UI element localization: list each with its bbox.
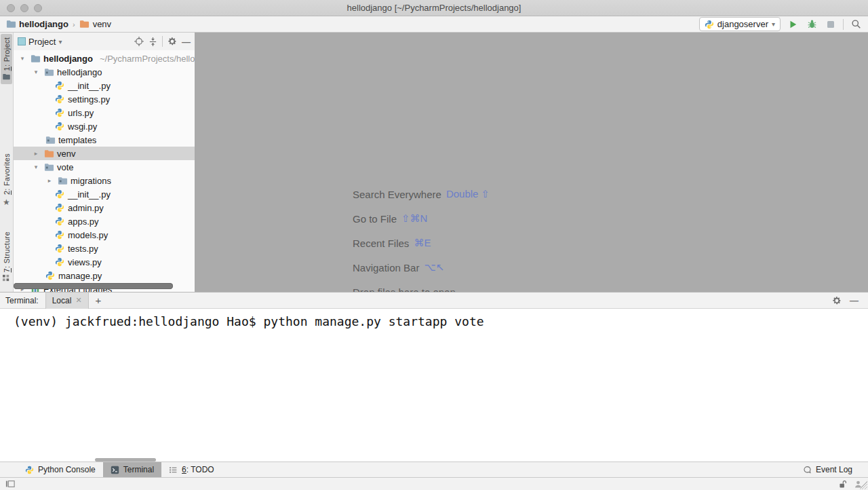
terminal-horizontal-scrollbar[interactable] — [95, 458, 156, 461]
folder-icon — [5, 19, 16, 30]
chevron-right-icon[interactable]: ▸ — [31, 150, 41, 157]
breadcrumb-separator: › — [71, 20, 77, 29]
event-log-bubble-icon — [803, 466, 812, 474]
new-terminal-session-button[interactable]: + — [89, 295, 108, 306]
python-file-icon — [54, 80, 65, 91]
pycharm-window: hellodjango [~/PycharmProjects/hellodjan… — [0, 0, 868, 490]
hide-panel-icon[interactable]: — — [850, 295, 859, 305]
tree-row[interactable]: templates — [14, 133, 195, 147]
python-logo-icon — [705, 20, 714, 29]
toolbar-divider — [843, 19, 844, 30]
search-everywhere-icon[interactable] — [849, 18, 863, 31]
stripe-button-structure[interactable]: 7: Structure — [1, 228, 12, 285]
horizontal-scrollbar[interactable] — [14, 283, 173, 289]
tree-row[interactable]: ▾ hellodjango — [14, 65, 195, 79]
breadcrumb-label: venv — [93, 19, 111, 29]
chevron-right-icon[interactable]: ▸ — [45, 177, 54, 184]
star-icon: ★ — [3, 197, 10, 207]
tool-window-toggle-icon[interactable] — [5, 479, 15, 489]
tree-row[interactable]: settings.py — [14, 92, 195, 106]
shortcut-hint: Recent Files⌘E — [353, 231, 490, 255]
run-toolbar: djangoserver ▾ — [699, 17, 863, 31]
run-button[interactable] — [786, 18, 800, 31]
project-panel-header: Project ▾ — — [14, 33, 195, 50]
tree-row[interactable]: urls.py — [14, 106, 195, 119]
python-file-icon — [45, 270, 56, 281]
terminal-output[interactable]: (venv) jackfrued:hellodjango Hao$ python… — [0, 309, 868, 461]
stripe-button-favorites[interactable]: 2: Favorites ★ — [1, 150, 12, 210]
project-view-selector[interactable]: Project — [28, 37, 56, 47]
project-view-icon — [18, 37, 26, 45]
tree-row[interactable]: views.py — [14, 255, 195, 269]
breadcrumb-item-venv[interactable]: venv — [79, 19, 111, 30]
python-file-icon — [54, 121, 65, 132]
stripe-button-project[interactable]: 1: Project — [1, 34, 12, 84]
stripe-label-project: 1: Project — [3, 37, 11, 71]
excluded-folder-icon — [43, 148, 54, 159]
chevron-down-icon[interactable]: ▾ — [18, 55, 27, 62]
gear-icon[interactable] — [832, 296, 842, 305]
breadcrumb: hellodjango › venv — [5, 19, 111, 30]
terminal-tab-local[interactable]: Local ✕ — [45, 293, 89, 309]
tree-row[interactable]: wsgi.py — [14, 119, 195, 133]
breadcrumb-item-project[interactable]: hellodjango — [5, 19, 68, 30]
terminal-header: Terminal: Local ✕ + — — [0, 293, 868, 309]
tree-row[interactable]: ▾ vote — [14, 160, 195, 174]
todo-list-icon — [169, 466, 178, 474]
shortcut-hint: Search EverywhereDouble ⇧ — [353, 182, 490, 206]
editor-empty-area: Search EverywhereDouble ⇧ Go to File⇧⌘N … — [195, 33, 868, 292]
tool-window-bar: Python Console Terminal 6: TODO Event Lo… — [0, 461, 868, 477]
package-folder-icon — [43, 67, 54, 77]
chevron-down-icon[interactable]: ▾ — [58, 38, 62, 45]
window-title: hellodjango [~/PycharmProjects/hellodjan… — [0, 3, 868, 13]
terminal-prompt-line: (venv) jackfrued:hellodjango Hao$ python… — [14, 314, 484, 328]
python-file-icon — [54, 189, 65, 200]
event-log-button[interactable]: Event Log — [795, 465, 860, 474]
terminal-icon — [111, 466, 119, 474]
tree-row[interactable]: models.py — [14, 228, 195, 242]
tool-window-button-terminal[interactable]: Terminal — [103, 462, 161, 477]
collapse-all-icon[interactable] — [149, 37, 157, 46]
run-configuration-select[interactable]: djangoserver ▾ — [699, 17, 781, 31]
tree-row[interactable]: manage.py — [14, 269, 195, 282]
debug-button[interactable] — [805, 18, 818, 31]
status-bar — [0, 477, 868, 490]
tool-window-button-python-console[interactable]: Python Console — [18, 462, 103, 477]
stripe-label-structure: 7: Structure — [3, 231, 11, 272]
close-tab-icon[interactable]: ✕ — [75, 296, 81, 305]
resize-grip[interactable] — [859, 481, 867, 489]
python-file-icon — [54, 216, 65, 227]
terminal-tool-window: Terminal: Local ✕ + — (venv) jackfrued:h… — [0, 292, 868, 461]
hide-panel-icon[interactable]: — — [182, 37, 191, 47]
tree-row[interactable]: admin.py — [14, 201, 195, 214]
stop-button[interactable] — [824, 18, 837, 31]
folder-icon — [30, 53, 41, 64]
python-file-icon — [54, 243, 65, 254]
chevron-down-icon[interactable]: ▾ — [31, 164, 41, 170]
tree-row[interactable]: apps.py — [14, 214, 195, 228]
structure-icon — [3, 274, 10, 282]
tree-row-selected[interactable]: ▸ venv — [14, 147, 195, 160]
python-file-icon — [54, 229, 65, 240]
tree-row[interactable]: ▾ hellodjango ~/PycharmProjects/hello — [14, 52, 195, 65]
tree-row[interactable]: tests.py — [14, 242, 195, 255]
folder-icon — [79, 19, 90, 30]
tree-row[interactable]: __init__.py — [14, 79, 195, 92]
tool-window-button-todo[interactable]: 6: TODO — [161, 462, 222, 477]
lock-icon[interactable] — [838, 480, 847, 489]
tree-row[interactable]: ▸ migrations — [14, 174, 195, 187]
shortcut-hint: Go to File⇧⌘N — [353, 206, 490, 231]
editor-shortcut-hints: Search EverywhereDouble ⇧ Go to File⇧⌘N … — [353, 182, 490, 304]
chevron-down-icon[interactable]: ▾ — [31, 69, 41, 75]
project-path-hint: ~/PycharmProjects/hello — [100, 54, 195, 64]
project-tree: ▾ hellodjango ~/PycharmProjects/hello ▾ … — [14, 50, 195, 292]
tree-row[interactable]: __init__.py — [14, 187, 195, 201]
gear-icon[interactable] — [167, 37, 177, 46]
titlebar: hellodjango [~/PycharmProjects/hellodjan… — [0, 0, 868, 16]
project-tool-window: Project ▾ — ▾ — [14, 33, 195, 292]
header-divider — [162, 36, 163, 47]
locate-file-icon[interactable] — [134, 37, 144, 46]
python-file-icon — [54, 257, 65, 267]
main-area: 1: Project 2: Favorites ★ 7: Structure — [0, 33, 868, 292]
shortcut-hint: Navigation Bar⌥↖ — [353, 255, 490, 280]
